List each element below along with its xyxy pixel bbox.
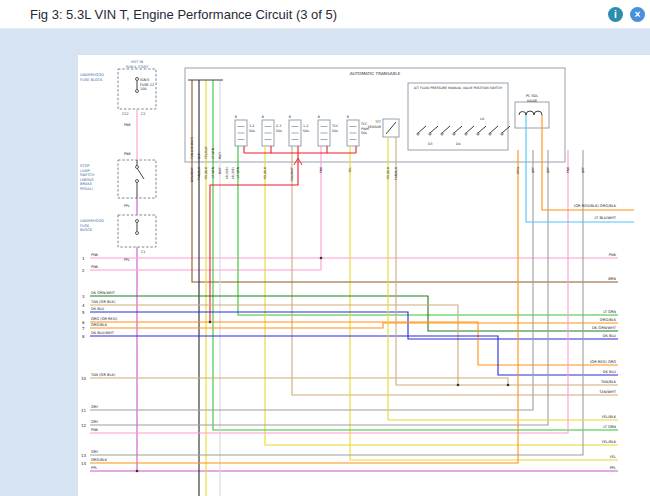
wire-label: BLOCK xyxy=(80,228,93,232)
terminal-ring xyxy=(136,220,139,223)
switch-contact xyxy=(501,133,503,135)
switch-contact xyxy=(477,133,479,135)
wire-label: TAN (OR BLK) xyxy=(90,373,116,377)
wire-label: D3 xyxy=(428,142,432,146)
wire-label: TAN/BLK xyxy=(197,166,201,181)
wire-label: SENSOR xyxy=(368,125,382,129)
wire-label: LT GRN xyxy=(211,166,215,178)
wire-label: 10A xyxy=(140,87,147,91)
symbol xyxy=(430,126,438,133)
wire-label: SOL xyxy=(249,129,256,133)
header-actions: i × xyxy=(608,7,645,22)
valve-position-switch-box xyxy=(408,83,508,150)
wire-row-tan-a xyxy=(90,305,458,385)
wire-row-orgblk xyxy=(90,323,618,328)
info-icon[interactable]: i xyxy=(608,7,623,22)
wire-label: B xyxy=(235,115,237,119)
wire-label: SOL xyxy=(332,129,339,133)
wire-label: SOL xyxy=(361,131,368,135)
wire-label: (4L30E) xyxy=(231,167,235,179)
close-icon[interactable]: × xyxy=(630,7,645,22)
symbol xyxy=(418,126,426,133)
wire-label: D4 xyxy=(456,142,460,146)
wire-label: B xyxy=(289,115,291,119)
wire-label: 5 xyxy=(82,310,85,315)
wire-label: PNK xyxy=(91,428,99,432)
wire-label: PNK xyxy=(91,265,99,269)
wire-label: YEL/BLK xyxy=(204,146,208,159)
wire-row-orgblk-up xyxy=(90,150,518,463)
wire-label: (OR RED) ORG xyxy=(590,360,616,364)
wire-row-gry-2 xyxy=(90,150,548,425)
wire-label: (ABOVE xyxy=(80,178,94,182)
wire-label: YEL/BLK xyxy=(601,440,616,444)
figure-title: Fig 3: 5.3L VIN T, Engine Performance Ci… xyxy=(0,7,337,22)
wire-label: PNK xyxy=(124,123,132,127)
wire-label: YEL xyxy=(610,455,616,459)
wiring-diagram: HOT INRUN & STARTUNDERHOODFUSE BLOCKIGN … xyxy=(78,55,650,496)
wire-red-drop xyxy=(210,153,298,322)
switch-contact xyxy=(465,133,467,135)
symbol xyxy=(478,126,486,133)
wire-label: WHT xyxy=(218,167,222,174)
wire-label: C2 xyxy=(141,112,146,116)
wire-label: VALVE xyxy=(527,99,537,103)
wire-label: STOP xyxy=(80,164,90,168)
wire-label: FUSE BLOCK xyxy=(80,78,103,82)
wire-label: SOL xyxy=(303,129,310,133)
wire-label: FUSE 22 xyxy=(140,83,154,87)
wire-label: PPL xyxy=(124,204,130,208)
wire-label: C12 xyxy=(122,112,129,116)
switch-contact xyxy=(429,133,431,135)
wire-row-gry-3 xyxy=(90,150,583,455)
diagram-canvas[interactable]: HOT INRUN & STARTUNDERHOODFUSE BLOCKIGN … xyxy=(78,55,650,496)
wire-label: HOT IN xyxy=(131,60,143,64)
wire-label: IGN E xyxy=(140,78,149,82)
wire-sol1-ltgrn xyxy=(238,146,618,315)
switch-contact xyxy=(489,133,491,135)
wire-label: SOL xyxy=(276,129,283,133)
pc-sol-valve-box xyxy=(515,102,549,128)
wire-label: PNK xyxy=(91,253,99,257)
wire-label: LT BLU/WHT xyxy=(595,216,617,220)
wire-label: 3-2 xyxy=(249,124,254,128)
wire-label: YEL/BLK xyxy=(386,166,390,179)
switch-contact xyxy=(441,133,443,135)
wire-row-dkbluwht xyxy=(90,336,618,375)
symbol xyxy=(386,122,396,134)
wire-label: DK BLU xyxy=(603,334,617,338)
wire-label: GRY xyxy=(91,420,99,424)
junction-dot xyxy=(209,321,212,324)
wire-row-pnk-up xyxy=(90,150,568,433)
wire-label: 2 xyxy=(82,268,85,273)
wire-label: ORG/BLK xyxy=(91,458,108,462)
wire-label: LAMP xyxy=(80,169,91,173)
wire-label: 7 xyxy=(82,326,85,331)
symbol xyxy=(519,111,542,115)
wire-label: TAN/WHT xyxy=(598,390,617,394)
wire-label: BRN xyxy=(608,277,616,281)
wire-label: 8 xyxy=(82,334,85,339)
wire-label: BLK xyxy=(197,152,201,159)
wire-label: UNDERHOOD xyxy=(80,219,104,223)
wire-label: TCC xyxy=(360,122,368,126)
wire-sol5-yel xyxy=(350,146,618,460)
wire-label: UNDERHOOD xyxy=(80,73,104,77)
wire-label: LT GRN xyxy=(236,166,240,178)
symbol xyxy=(490,126,498,133)
figure-viewer-window: Fig 3: 5.3L VIN T, Engine Performance Ci… xyxy=(0,0,650,496)
wire-label: PPL xyxy=(124,258,130,262)
junction-dot xyxy=(320,257,323,260)
wire-label: TCC xyxy=(331,124,339,128)
wire-label: PEDAL) xyxy=(80,187,94,191)
wire-label: ORG (OR RED) xyxy=(91,317,118,321)
wire-label: PPL xyxy=(91,466,97,470)
switch-contact xyxy=(453,133,455,135)
wire-label: (OR RED/BLK) ORG/BLK xyxy=(574,204,617,208)
wire-label: GRY xyxy=(91,405,99,409)
wire-label: 1-2 xyxy=(303,124,308,128)
wire-label: PC SOL xyxy=(526,94,538,98)
wire-label: PNK xyxy=(566,166,570,173)
wire-label: DK GRN/WHT xyxy=(91,291,116,295)
wire-label: YEL/BLK xyxy=(601,415,616,419)
